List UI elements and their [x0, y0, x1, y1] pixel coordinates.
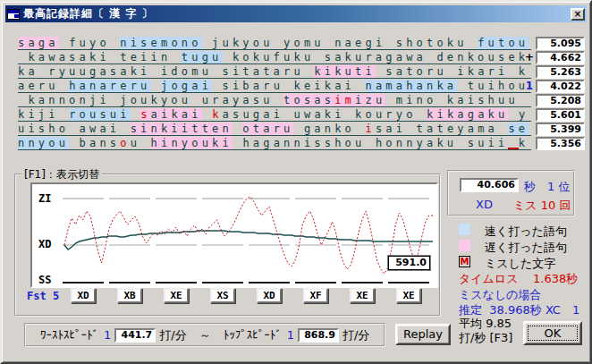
- typing-segment: aeru: [18, 80, 69, 92]
- typing-segment: sibaru keikai: [212, 80, 365, 92]
- typing-segment: jogai: [161, 80, 212, 92]
- line-time-value: 4.662: [536, 51, 585, 64]
- top-speed-label: ﾄｯﾌﾟｽﾋﾟｰﾄﾞ: [224, 328, 282, 342]
- typing-segment: mino kaishuu: [385, 94, 519, 106]
- typing-segment: tuihou: [457, 80, 529, 92]
- timeloss-label: タイムロス: [459, 272, 519, 285]
- typing-segment: kikagaku: [427, 108, 508, 121]
- line-mark: [523, 108, 536, 123]
- speed-graph: ZI XD SS 591.0: [30, 182, 438, 288]
- graph-ylabel-ss: SS: [38, 274, 51, 286]
- slow-swatch: [459, 240, 470, 251]
- line-mark: [523, 94, 536, 108]
- typing-segment: ganko: [293, 123, 365, 135]
- worst-speed-unit: 打/分: [159, 327, 186, 343]
- typing-segment: futou: [478, 37, 529, 49]
- time-unit-label: 秒: [524, 179, 536, 195]
- graph-ylabel-zi: ZI: [38, 192, 51, 205]
- top-speed-field: 868.9: [298, 328, 339, 343]
- ok-focus-rect: [528, 326, 578, 341]
- typing-segment: sai tateyama: [376, 123, 509, 135]
- typing-segment: rousui: [69, 108, 131, 121]
- typing-segment: tugu: [182, 51, 223, 63]
- typing-segment: uisho awai: [18, 123, 131, 135]
- typing-segment: s: [140, 108, 150, 121]
- line-mark: [523, 37, 536, 51]
- speed-graph-svg: [32, 184, 436, 286]
- line-mark: 1: [523, 80, 536, 94]
- average-line-2: 打/秒 [F3]: [459, 330, 512, 346]
- typing-segment: satoru ikari k: [376, 65, 529, 78]
- typing-segment: [131, 108, 140, 121]
- slow-label: 遅く打った語句: [485, 240, 567, 256]
- fst-label: Fst 5: [27, 290, 59, 302]
- typing-segment: [151, 80, 161, 92]
- typing-segment: namahanka: [365, 80, 457, 92]
- nomiss-label: ミスなしの場合: [459, 287, 542, 303]
- timeloss-line: タイムロス 1.638秒: [459, 271, 578, 287]
- line-key-box-1: XD: [71, 288, 96, 303]
- typing-segment: asugai uwaki kouryo: [223, 108, 427, 121]
- estimate-value: 38.968秒 XC 1: [489, 303, 579, 317]
- fast-label: 速く打った語句: [485, 224, 567, 240]
- typing-segment: otaru: [242, 123, 293, 135]
- timeloss-value: 1.638秒: [533, 272, 578, 285]
- typing-line: kiji rousui saikai kasugai uwaki kouryo …: [18, 108, 531, 122]
- miss-badge-icon: M: [459, 256, 470, 267]
- ok-button[interactable]: OK: [523, 321, 582, 345]
- titlebar: 最高記録詳細〔 漢 字 〕 ×: [5, 5, 587, 22]
- replay-button[interactable]: Replay: [395, 324, 451, 345]
- graph-ylabel-xd: XD: [38, 238, 51, 250]
- line-key-box-3: XE: [164, 288, 189, 303]
- typing-segment: saga: [18, 37, 59, 49]
- result-stats-box: 40.606 秒 1 位 XD ミス 10 回: [447, 170, 575, 216]
- graph-group: [F1]：表示切替 ZI XD SS 591.0 Fst 5 XD XB XE …: [14, 174, 441, 317]
- speed-range-panel: ﾜｰｽﾄｽﾋﾟｰﾄﾞ 1 441.7 打/分 ～ ﾄｯﾌﾟｽﾋﾟｰﾄﾞ 1 86…: [24, 323, 385, 347]
- typing-segment: nnyou: [18, 137, 69, 149]
- line-key-box-7: XE: [350, 288, 375, 303]
- line-time-values: 5.0954.6625.2634.0225.2085.6015.3995.356: [536, 37, 585, 151]
- typing-segment: u: [131, 137, 151, 149]
- line-mark: [523, 65, 536, 80]
- typing-segment: k: [212, 108, 222, 121]
- miss-count-label: ミス 10 回: [513, 198, 571, 214]
- line-time-value: 5.208: [536, 94, 585, 107]
- typing-segment: [233, 123, 242, 135]
- typing-segment: kiji: [18, 108, 69, 121]
- typing-segment: tosas: [283, 94, 334, 106]
- top-speed-rank: 1: [287, 328, 294, 342]
- worst-speed-rank: 1: [104, 328, 111, 342]
- typing-line: kannonji joukyou urayasu tosasimizu mino…: [18, 94, 531, 107]
- line-time-value: 4.022: [536, 80, 585, 93]
- typing-segment: jukyou yomu naegi shotoku: [202, 37, 478, 49]
- line-time-value: 5.356: [536, 137, 585, 150]
- typing-segment: ka ryuugasaki idomu sitataru: [18, 65, 314, 78]
- range-tilde: ～: [199, 327, 211, 343]
- close-icon[interactable]: ×: [571, 8, 585, 21]
- line-time-value: 5.601: [536, 108, 585, 122]
- typing-line: aeru hanareru jogai sibaru keikai namaha…: [18, 80, 531, 93]
- typing-segment: kokufuku sakuragawa denkousek: [223, 51, 529, 63]
- typing-segment: izu: [355, 94, 385, 106]
- typing-segment: hanareru: [69, 80, 150, 92]
- line-marks: +1: [523, 37, 536, 151]
- typing-segment: aikai: [151, 108, 202, 121]
- typing-line: kawasaki teiin tugu kokufuku sakuragawa …: [18, 51, 531, 64]
- total-time-field: 40.606: [460, 178, 519, 192]
- typing-line: nnyou bansou hinyouki hagannisshou honny…: [18, 137, 531, 150]
- typing-lines: saga fuyo nisemono jukyou yomu naegi sho…: [18, 37, 531, 151]
- typing-segment: kawasaki teiin: [18, 51, 182, 63]
- typing-segment: i: [365, 123, 375, 135]
- line-mark: [523, 123, 536, 137]
- app-icon: [7, 9, 20, 20]
- graph-cursor-value: 591.0: [388, 256, 430, 270]
- typing-segment: kannonji joukyou urayasu: [18, 94, 283, 106]
- window-title: 最高記録詳細〔 漢 字 〕: [23, 6, 154, 21]
- typing-segment: hinyouki: [151, 137, 233, 149]
- worst-speed-label: ﾜｰｽﾄｽﾋﾟｰﾄﾞ: [40, 328, 98, 342]
- miss-label: ミスした文字: [485, 256, 555, 272]
- typing-segment: im: [334, 94, 355, 106]
- typing-segment: kikuti: [314, 65, 376, 78]
- typing-segment: bans: [69, 137, 120, 149]
- typing-line: saga fuyo nisemono jukyou yomu naegi sho…: [18, 37, 531, 50]
